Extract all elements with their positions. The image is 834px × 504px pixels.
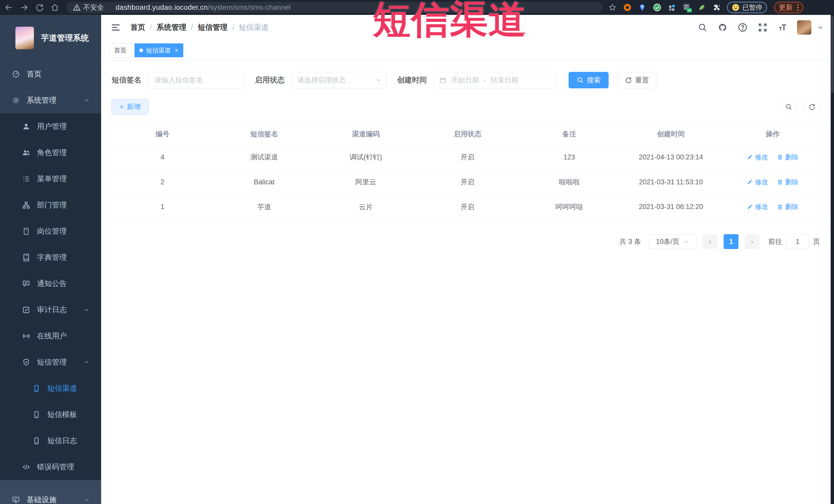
edit-row-button[interactable]: 修改: [747, 202, 768, 211]
page-size-select[interactable]: 10条/页: [649, 234, 697, 249]
sidebar-item-role-mgmt[interactable]: 角色管理: [0, 140, 101, 166]
tab-sms-channel[interactable]: 短信渠道 ×: [134, 43, 183, 57]
sidebar-item-online-users[interactable]: 在线用户: [0, 323, 101, 349]
edit-icon: [747, 179, 753, 185]
breadcrumb: 首页 / 系统管理 / 短信管理 / 短信渠道: [130, 22, 268, 32]
fullscreen-icon[interactable]: [757, 22, 768, 33]
sidebar-item-label: 基础设施: [27, 495, 57, 504]
sidebar-item-system-mgmt[interactable]: 系统管理: [0, 87, 101, 113]
table-cell-remark: 呵呵呵哒: [519, 202, 620, 212]
online-users-icon: [22, 332, 30, 340]
sidebar-item-sms-mgmt[interactable]: 短信管理: [0, 349, 101, 375]
sidebar-item-sms-channel[interactable]: 短信渠道: [0, 375, 101, 401]
sms-sign-input[interactable]: [148, 72, 244, 88]
table-cell-status: 开启: [417, 153, 518, 162]
url-bar[interactable]: 不安全 dashboard.yudao.iocoder.cn /system/s…: [66, 2, 603, 13]
sidebar-item-label: 短信日志: [47, 436, 77, 446]
delete-row-button[interactable]: 删除: [777, 153, 798, 162]
tab-close-icon[interactable]: ×: [175, 47, 178, 53]
delete-row-button[interactable]: 删除: [777, 178, 798, 187]
profile-paused-pill[interactable]: 已暂停: [727, 2, 767, 13]
extension-on-badge-icon[interactable]: on: [682, 3, 692, 12]
table-cell-code: 调试(钉钉): [315, 153, 417, 162]
tab-home[interactable]: 首页: [109, 43, 131, 57]
reset-button[interactable]: 重置: [617, 72, 656, 88]
user-avatar[interactable]: [797, 20, 811, 35]
extension-grid-blue-dot-icon[interactable]: [667, 3, 677, 12]
create-time-label: 创建时间: [397, 75, 427, 85]
sidebar-item-label: 首页: [27, 69, 42, 79]
dashboard-icon: [12, 70, 20, 78]
extension-green-check-icon[interactable]: [653, 3, 662, 12]
bookmark-star-icon[interactable]: [608, 3, 617, 12]
start-date-placeholder[interactable]: 开始日期: [451, 75, 479, 85]
breadcrumb-item-sms[interactable]: 短信管理: [198, 22, 227, 32]
avatar-caret-down-icon[interactable]: [817, 24, 824, 31]
breadcrumb-separator: /: [150, 23, 152, 31]
github-icon[interactable]: [717, 22, 728, 33]
add-button[interactable]: + 新增: [112, 99, 149, 114]
goto-page-input[interactable]: [786, 234, 809, 249]
sidebar-item-sms-log[interactable]: 短信日志: [0, 428, 101, 454]
delete-row-button[interactable]: 删除: [777, 202, 798, 211]
refresh-table-button[interactable]: [804, 99, 820, 115]
page-1-button[interactable]: 1: [724, 234, 739, 249]
breadcrumb-item-system[interactable]: 系统管理: [157, 22, 186, 32]
search-button[interactable]: 搜索: [569, 72, 609, 88]
table-cell-created: 2021-03-31 11:53:10: [620, 178, 722, 186]
browser-reload-icon[interactable]: [33, 2, 46, 13]
sidebar-item-audit-log[interactable]: 审计日志: [0, 297, 101, 323]
table-cell-status: 开启: [417, 177, 518, 187]
browser-forward-icon[interactable]: [18, 2, 31, 13]
browser-scrollbar[interactable]: [831, 15, 834, 504]
font-size-icon[interactable]: [777, 22, 788, 33]
roles-icon: [22, 149, 30, 157]
header-search-icon[interactable]: [697, 22, 708, 33]
sidebar-item-notice[interactable]: 通知公告: [0, 270, 101, 297]
hamburger-icon[interactable]: [107, 19, 125, 37]
range-separator: -: [484, 76, 486, 84]
select-placeholder: 请选择启用状态: [297, 75, 346, 85]
sidebar-item-menu-mgmt[interactable]: 菜单管理: [0, 166, 101, 192]
next-page-button[interactable]: ›: [745, 234, 760, 249]
pagination-total: 共 3 条: [619, 237, 641, 246]
extension-blue-pin-icon[interactable]: [638, 3, 647, 12]
sidebar-item-label: 角色管理: [37, 148, 67, 158]
delete-icon: [777, 204, 783, 210]
browser-back-icon[interactable]: [2, 2, 16, 13]
breadcrumb-item-home[interactable]: 首页: [130, 22, 145, 32]
date-range-picker[interactable]: 开始日期 - 结束日期: [434, 72, 556, 88]
scrollbar-thumb[interactable]: [831, 16, 833, 93]
sidebar-item-sms-template[interactable]: 短信模板: [0, 401, 101, 428]
emoji-face-icon: [731, 3, 740, 12]
delete-icon: [777, 179, 783, 185]
sidebar-item-post-mgmt[interactable]: 岗位管理: [0, 218, 101, 244]
security-warning[interactable]: 不安全: [73, 3, 104, 12]
sidebar-item-error-code-mgmt[interactable]: 错误码管理: [0, 454, 101, 480]
edit-row-button[interactable]: 修改: [747, 153, 768, 162]
browser-update-button[interactable]: 更新: [774, 2, 803, 13]
prev-page-button[interactable]: ‹: [703, 234, 718, 249]
browser-home-icon[interactable]: [48, 2, 62, 13]
sidebar-item-home[interactable]: 首页: [0, 61, 101, 87]
sidebar-item-user-mgmt[interactable]: 用户管理: [0, 113, 101, 140]
extension-puzzle-icon[interactable]: [712, 3, 721, 12]
enable-status-select[interactable]: 请选择启用状态: [291, 72, 387, 88]
omnibox-divider: [110, 4, 110, 11]
end-date-placeholder[interactable]: 结束日期: [490, 75, 518, 85]
tag-tabs-bar: 首页 短信渠道 ×: [101, 40, 834, 61]
edit-row-button[interactable]: 修改: [747, 178, 768, 187]
extension-green-leaf-icon[interactable]: [697, 3, 706, 12]
sidebar-item-dict-mgmt[interactable]: 字典管理: [0, 244, 101, 270]
sidebar-item-dept-mgmt[interactable]: 部门管理: [0, 192, 101, 218]
edit-icon: [747, 204, 753, 210]
show-search-toggle-button[interactable]: [781, 99, 797, 115]
sidebar-item-label: 错误码管理: [37, 462, 74, 472]
sidebar-logo-link[interactable]: 芋道管理系统: [0, 15, 101, 61]
sidebar-item-infrastructure[interactable]: 基础设施: [0, 487, 101, 504]
extension-orange-ring-icon[interactable]: [623, 3, 632, 12]
browser-menu-icon[interactable]: [797, 4, 798, 11]
sms-channel-table: 编号短信签名渠道编码启用状态备注创建时间操作 4测试渠道调试(钉钉)开启1232…: [112, 123, 824, 219]
help-icon[interactable]: [737, 22, 748, 33]
table-header-cell: 编号: [112, 129, 213, 139]
